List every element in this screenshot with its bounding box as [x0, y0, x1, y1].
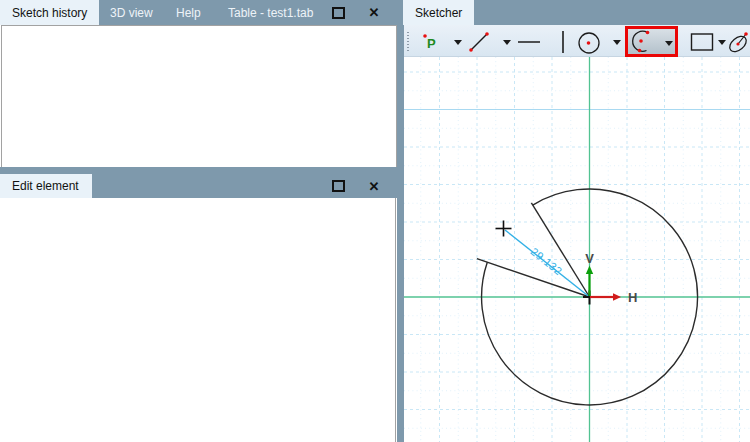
- rectangle-dropdown-icon[interactable]: [718, 40, 726, 45]
- tab-edit-element[interactable]: Edit element: [0, 174, 92, 198]
- sketcher-panel-header: Sketcher: [397, 0, 750, 25]
- circle-tool-button[interactable]: [576, 29, 602, 55]
- maximize-button[interactable]: [327, 0, 349, 25]
- line-icon: [467, 29, 493, 55]
- panel-divider[interactable]: [397, 0, 404, 442]
- horizontal-line-icon: [516, 29, 542, 55]
- sketch-canvas[interactable]: 29.132 V H: [404, 57, 750, 442]
- toolbar-drag-handle[interactable]: [407, 32, 410, 53]
- panel-gap: [0, 167, 397, 174]
- close-icon: ✕: [369, 179, 380, 194]
- maximize-button[interactable]: [327, 174, 349, 198]
- ellipse-icon: [728, 29, 750, 55]
- circle-icon: [576, 29, 602, 55]
- h-axis-arrowhead: [613, 293, 621, 300]
- ellipse-tool-button[interactable]: [727, 29, 750, 55]
- arc-tool-button[interactable]: [625, 26, 678, 57]
- maximize-icon: [332, 7, 345, 19]
- point-tool-button[interactable]: P: [417, 29, 443, 55]
- vertical-line-icon: [550, 29, 576, 55]
- arc-icon: [630, 29, 654, 54]
- rectangle-icon: [689, 29, 715, 55]
- sketch-canvas-svg: 29.132 V H: [404, 57, 750, 442]
- rectangle-tool-button[interactable]: [689, 29, 715, 55]
- point-icon: P: [417, 29, 443, 55]
- tab-help[interactable]: Help: [164, 0, 213, 25]
- v-axis-arrowhead: [586, 266, 593, 275]
- svg-text:P: P: [427, 36, 436, 51]
- line-dropdown-icon[interactable]: [503, 40, 511, 45]
- tab-label: Help: [176, 6, 201, 20]
- sketcher-toolbar: P: [404, 25, 750, 57]
- point-dropdown-icon[interactable]: [454, 40, 462, 45]
- sketch-history-content[interactable]: [1, 25, 397, 168]
- tab-sketcher[interactable]: Sketcher: [403, 0, 474, 25]
- tab-label: Edit element: [12, 179, 79, 193]
- grid: [404, 57, 750, 442]
- tab-label: Sketcher: [415, 6, 462, 20]
- line-tool-button[interactable]: [467, 29, 493, 55]
- history-panel-header: Sketch history 3D view Help Table - test…: [0, 0, 397, 25]
- edit-element-content[interactable]: [0, 198, 396, 442]
- vertical-line-tool-button[interactable]: [550, 29, 576, 55]
- tab-table-test1[interactable]: Table - test1.tab: [216, 0, 325, 25]
- close-icon: ✕: [369, 5, 380, 20]
- tab-3d-view[interactable]: 3D view: [98, 0, 165, 25]
- close-button[interactable]: ✕: [363, 174, 385, 198]
- arc-dropdown-icon[interactable]: [665, 41, 673, 46]
- maximize-icon: [332, 180, 345, 192]
- horizontal-line-tool-button[interactable]: [516, 29, 542, 55]
- tab-label: Sketch history: [12, 6, 87, 20]
- edit-panel-header: Edit element ✕: [0, 174, 397, 198]
- close-button[interactable]: ✕: [363, 0, 385, 25]
- v-axis-label: V: [585, 251, 594, 266]
- tab-label: Table - test1.tab: [228, 6, 313, 20]
- h-axis-label: H: [628, 290, 637, 305]
- dimension-value: 29.132: [529, 245, 565, 277]
- tab-label: 3D view: [110, 6, 153, 20]
- tab-sketch-history[interactable]: Sketch history: [0, 0, 99, 25]
- circle-dropdown-icon[interactable]: [613, 40, 621, 45]
